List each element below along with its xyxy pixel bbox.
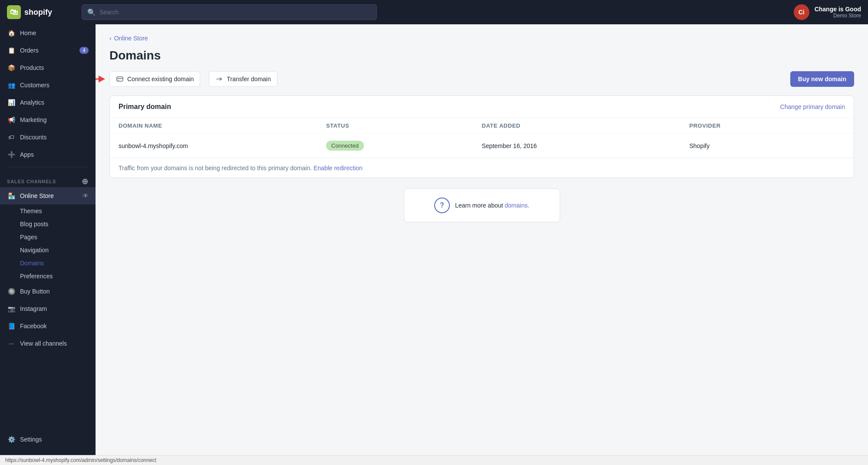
sidebar-sub-navigation[interactable]: Navigation bbox=[0, 244, 96, 257]
sidebar-divider bbox=[7, 167, 89, 167]
shopify-logo-icon: 🛍 bbox=[7, 5, 21, 19]
sidebar-item-analytics[interactable]: 📊 Analytics bbox=[0, 94, 96, 111]
sidebar-item-customers[interactable]: 👥 Customers bbox=[0, 76, 96, 94]
connect-icon bbox=[116, 75, 124, 83]
view-all-channels-label: View all channels bbox=[20, 340, 67, 347]
online-store-label: Online Store bbox=[20, 192, 54, 199]
products-icon: 📦 bbox=[7, 63, 16, 72]
sidebar-item-label: Orders bbox=[20, 47, 39, 54]
sidebar-sub-blog-posts[interactable]: Blog posts bbox=[0, 218, 96, 231]
sidebar-item-label: Facebook bbox=[20, 323, 46, 330]
col-provider: Provider bbox=[690, 122, 845, 129]
buy-new-domain-button[interactable]: Buy new domain bbox=[790, 71, 854, 87]
breadcrumb-parent: Online Store bbox=[114, 35, 148, 42]
domains-help-link[interactable]: domains. bbox=[505, 202, 529, 209]
settings-icon: ⚙️ bbox=[7, 435, 16, 444]
primary-domain-card: Primary domain Change primary domain Dom… bbox=[109, 96, 854, 178]
sidebar-sub-preferences[interactable]: Preferences bbox=[0, 270, 96, 283]
connect-existing-domain-button[interactable]: Connect existing domain bbox=[109, 71, 200, 87]
sidebar-item-label: Apps bbox=[20, 151, 34, 158]
sidebar-item-label: Home bbox=[20, 30, 36, 36]
transfer-domain-button[interactable]: Transfer domain bbox=[209, 71, 277, 87]
help-circle-icon: ? bbox=[434, 198, 450, 213]
sidebar-item-products[interactable]: 📦 Products bbox=[0, 59, 96, 76]
col-domain-name: Domain Name bbox=[119, 122, 326, 129]
learn-more-text: Learn more about domains. bbox=[455, 202, 529, 209]
search-bar[interactable]: 🔍 bbox=[82, 4, 377, 20]
sidebar-sub-themes[interactable]: Themes bbox=[0, 204, 96, 218]
status-badge: Connected bbox=[326, 141, 482, 151]
marketing-icon: 📢 bbox=[7, 115, 16, 124]
table-header: Domain Name Status Date added Provider bbox=[110, 118, 854, 134]
shopify-logo[interactable]: 🛍 shopify bbox=[7, 5, 76, 19]
sidebar-item-online-store[interactable]: 🏪 Online Store 👁 bbox=[0, 187, 96, 204]
sidebar-item-instagram[interactable]: 📷 Instagram bbox=[0, 300, 96, 317]
date-added: September 16, 2016 bbox=[482, 142, 690, 149]
domain-table-row[interactable]: sunbowl-4.myshopify.com Connected Septem… bbox=[110, 134, 854, 158]
add-sales-channel-button[interactable]: ⊕ bbox=[82, 178, 89, 185]
sidebar-item-apps[interactable]: ➕ Apps bbox=[0, 146, 96, 163]
customers-icon: 👥 bbox=[7, 81, 16, 89]
sidebar-item-discounts[interactable]: 🏷 Discounts bbox=[0, 129, 96, 146]
breadcrumb[interactable]: ‹ Online Store bbox=[109, 35, 854, 42]
search-icon: 🔍 bbox=[87, 8, 96, 16]
user-info: Change is Good Demo Store bbox=[815, 6, 861, 19]
apps-icon: ➕ bbox=[7, 150, 16, 159]
domain-name: sunbowl-4.myshopify.com bbox=[119, 142, 326, 149]
eye-icon: 👁 bbox=[83, 192, 89, 199]
sidebar-item-label: Instagram bbox=[20, 305, 47, 312]
facebook-icon: 📘 bbox=[7, 322, 16, 330]
sidebar-item-label: Discounts bbox=[20, 134, 46, 141]
sidebar-item-orders[interactable]: 📋 Orders 4 bbox=[0, 42, 96, 59]
sidebar: 🏠 Home 📋 Orders 4 📦 Products 👥 Customers… bbox=[0, 24, 96, 455]
shopify-logo-text: shopify bbox=[24, 8, 52, 17]
dots-icon: ··· bbox=[7, 339, 16, 348]
provider: Shopify bbox=[690, 142, 845, 149]
page-title: Domains bbox=[109, 49, 854, 63]
settings-label: Settings bbox=[20, 436, 42, 443]
svg-point-3 bbox=[118, 80, 119, 81]
primary-domain-title: Primary domain bbox=[119, 103, 171, 111]
sidebar-item-marketing[interactable]: 📢 Marketing bbox=[0, 111, 96, 129]
sidebar-item-buy-button[interactable]: 🔘 Buy Button bbox=[0, 283, 96, 300]
status-bar-url: https://sunbowl-4.myshopify.com/admin/se… bbox=[5, 457, 156, 463]
sidebar-sub-domains[interactable]: Domains bbox=[0, 257, 96, 270]
sidebar-item-settings[interactable]: ⚙️ Settings bbox=[0, 431, 96, 448]
orders-badge: 4 bbox=[79, 47, 89, 54]
enable-redirection-link[interactable]: Enable redirection bbox=[314, 165, 363, 171]
user-avatar[interactable]: Ci bbox=[794, 4, 809, 20]
instagram-icon: 📷 bbox=[7, 304, 16, 313]
traffic-notice: Traffic from your domains is not being r… bbox=[110, 158, 854, 178]
col-status: Status bbox=[326, 122, 482, 129]
sales-channels-label: Sales Channels bbox=[7, 179, 56, 184]
sidebar-item-label: Products bbox=[20, 64, 44, 71]
sidebar-item-label: Marketing bbox=[20, 116, 46, 123]
change-primary-domain-link[interactable]: Change primary domain bbox=[780, 103, 845, 110]
learn-more-card: ? Learn more about domains. bbox=[404, 188, 560, 222]
svg-marker-1 bbox=[99, 76, 105, 82]
orders-icon: 📋 bbox=[7, 46, 16, 55]
search-input[interactable] bbox=[99, 9, 371, 16]
sidebar-item-view-all-channels[interactable]: ··· View all channels bbox=[0, 335, 96, 352]
main-content: ‹ Online Store Domains bbox=[96, 24, 868, 455]
analytics-icon: 📊 bbox=[7, 98, 16, 107]
sidebar-item-label: Customers bbox=[20, 82, 50, 89]
sidebar-item-home[interactable]: 🏠 Home bbox=[0, 24, 96, 42]
traffic-notice-text: Traffic from your domains is not being r… bbox=[119, 165, 312, 171]
main-layout: 🏠 Home 📋 Orders 4 📦 Products 👥 Customers… bbox=[0, 24, 868, 455]
red-arrow bbox=[96, 73, 105, 86]
online-store-icon: 🏪 bbox=[7, 191, 16, 200]
sidebar-item-facebook[interactable]: 📘 Facebook bbox=[0, 317, 96, 335]
sidebar-sub-pages[interactable]: Pages bbox=[0, 231, 96, 244]
home-icon: 🏠 bbox=[7, 29, 16, 37]
breadcrumb-chevron: ‹ bbox=[109, 35, 112, 42]
col-date-added: Date added bbox=[482, 122, 690, 129]
user-store: Demo Store bbox=[815, 13, 861, 19]
status-bar: https://sunbowl-4.myshopify.com/admin/se… bbox=[0, 455, 868, 465]
learn-more-container: ? Learn more about domains. bbox=[395, 188, 569, 222]
buy-button-icon: 🔘 bbox=[7, 287, 16, 296]
discounts-icon: 🏷 bbox=[7, 133, 16, 142]
sidebar-item-label: Analytics bbox=[20, 99, 44, 106]
sales-channels-section: Sales Channels ⊕ bbox=[0, 171, 96, 187]
card-header: Primary domain Change primary domain bbox=[110, 96, 854, 118]
